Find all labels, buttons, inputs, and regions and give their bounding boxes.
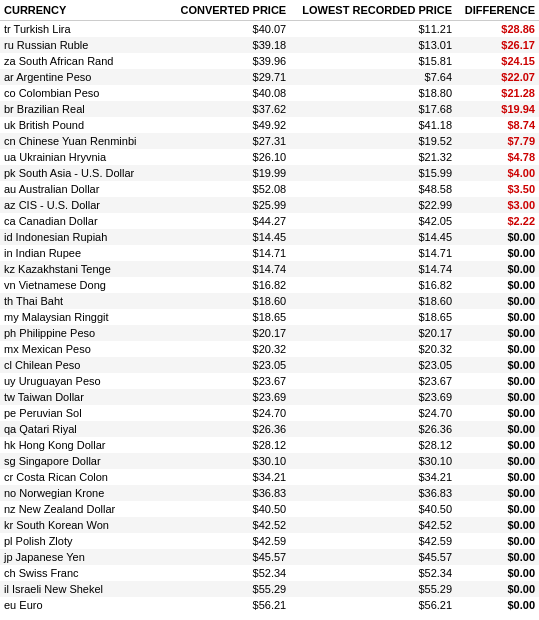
lowest-price: $40.50	[290, 501, 456, 517]
difference-value: $0.00	[456, 501, 539, 517]
difference-value: $0.00	[456, 437, 539, 453]
converted-price: $19.99	[166, 165, 290, 181]
difference-value: $0.00	[456, 533, 539, 549]
converted-price: $16.82	[166, 277, 290, 293]
difference-value: $28.86	[456, 21, 539, 38]
currency-name: th Thai Baht	[0, 293, 166, 309]
converted-price: $55.29	[166, 581, 290, 597]
difference-value: $2.22	[456, 213, 539, 229]
converted-price: $49.92	[166, 117, 290, 133]
lowest-price: $34.21	[290, 469, 456, 485]
table-row: pk South Asia - U.S. Dollar$19.99$15.99$…	[0, 165, 539, 181]
difference-value: $0.00	[456, 373, 539, 389]
converted-price: $24.70	[166, 405, 290, 421]
difference-value: $0.00	[456, 517, 539, 533]
lowest-price: $23.67	[290, 373, 456, 389]
lowest-price: $23.69	[290, 389, 456, 405]
difference-value: $0.00	[456, 549, 539, 565]
lowest-price: $42.05	[290, 213, 456, 229]
difference-value: $4.00	[456, 165, 539, 181]
difference-value: $0.00	[456, 485, 539, 501]
converted-price: $30.10	[166, 453, 290, 469]
converted-price: $14.45	[166, 229, 290, 245]
converted-price: $27.31	[166, 133, 290, 149]
converted-price: $23.69	[166, 389, 290, 405]
currency-name: tr Turkish Lira	[0, 21, 166, 38]
currency-name: id Indonesian Rupiah	[0, 229, 166, 245]
table-row: vn Vietnamese Dong$16.82$16.82$0.00	[0, 277, 539, 293]
table-row: nz New Zealand Dollar$40.50$40.50$0.00	[0, 501, 539, 517]
currency-name: cn Chinese Yuan Renminbi	[0, 133, 166, 149]
difference-value: $0.00	[456, 453, 539, 469]
currency-name: ru Russian Ruble	[0, 37, 166, 53]
lowest-price: $42.59	[290, 533, 456, 549]
table-row: br Brazilian Real$37.62$17.68$19.94	[0, 101, 539, 117]
lowest-price: $41.18	[290, 117, 456, 133]
currency-name: kz Kazakhstani Tenge	[0, 261, 166, 277]
table-row: pe Peruvian Sol$24.70$24.70$0.00	[0, 405, 539, 421]
lowest-price: $14.71	[290, 245, 456, 261]
currency-name: qa Qatari Riyal	[0, 421, 166, 437]
lowest-price: $15.81	[290, 53, 456, 69]
lowest-price: $15.99	[290, 165, 456, 181]
table-row: za South African Rand$39.96$15.81$24.15	[0, 53, 539, 69]
converted-price: $37.62	[166, 101, 290, 117]
converted-price: $44.27	[166, 213, 290, 229]
lowest-price: $26.36	[290, 421, 456, 437]
converted-price: $45.57	[166, 549, 290, 565]
table-row: ch Swiss Franc$52.34$52.34$0.00	[0, 565, 539, 581]
difference-value: $21.28	[456, 85, 539, 101]
table-row: mx Mexican Peso$20.32$20.32$0.00	[0, 341, 539, 357]
lowest-price: $52.34	[290, 565, 456, 581]
difference-value: $0.00	[456, 229, 539, 245]
difference-value: $0.00	[456, 293, 539, 309]
currency-name: pk South Asia - U.S. Dollar	[0, 165, 166, 181]
difference-value: $0.00	[456, 581, 539, 597]
currency-name: uy Uruguayan Peso	[0, 373, 166, 389]
table-row: cr Costa Rican Colon$34.21$34.21$0.00	[0, 469, 539, 485]
header-lowest: LOWEST RECORDED PRICE	[290, 0, 456, 21]
table-row: no Norwegian Krone$36.83$36.83$0.00	[0, 485, 539, 501]
difference-value: $7.79	[456, 133, 539, 149]
lowest-price: $18.80	[290, 85, 456, 101]
lowest-price: $13.01	[290, 37, 456, 53]
currency-name: sg Singapore Dollar	[0, 453, 166, 469]
converted-price: $36.83	[166, 485, 290, 501]
difference-value: $0.00	[456, 565, 539, 581]
currency-name: ua Ukrainian Hryvnia	[0, 149, 166, 165]
currency-name: au Australian Dollar	[0, 181, 166, 197]
difference-value: $0.00	[456, 597, 539, 613]
difference-value: $3.50	[456, 181, 539, 197]
currency-name: no Norwegian Krone	[0, 485, 166, 501]
lowest-price: $36.83	[290, 485, 456, 501]
currency-name: br Brazilian Real	[0, 101, 166, 117]
converted-price: $39.96	[166, 53, 290, 69]
table-row: az CIS - U.S. Dollar$25.99$22.99$3.00	[0, 197, 539, 213]
currency-name: ch Swiss Franc	[0, 565, 166, 581]
table-row: th Thai Baht$18.60$18.60$0.00	[0, 293, 539, 309]
table-row: cl Chilean Peso$23.05$23.05$0.00	[0, 357, 539, 373]
difference-value: $4.78	[456, 149, 539, 165]
lowest-price: $11.21	[290, 21, 456, 38]
table-row: eu Euro$56.21$56.21$0.00	[0, 597, 539, 613]
converted-price: $26.36	[166, 421, 290, 437]
table-row: tr Turkish Lira$40.07$11.21$28.86	[0, 21, 539, 38]
table-row: hk Hong Kong Dollar$28.12$28.12$0.00	[0, 437, 539, 453]
converted-price: $18.65	[166, 309, 290, 325]
table-row: co Colombian Peso$40.08$18.80$21.28	[0, 85, 539, 101]
lowest-price: $14.45	[290, 229, 456, 245]
header-converted: CONVERTED PRICE	[166, 0, 290, 21]
lowest-price: $20.32	[290, 341, 456, 357]
lowest-price: $20.17	[290, 325, 456, 341]
table-row: uk British Pound$49.92$41.18$8.74	[0, 117, 539, 133]
converted-price: $56.21	[166, 597, 290, 613]
lowest-price: $48.58	[290, 181, 456, 197]
currency-name: co Colombian Peso	[0, 85, 166, 101]
currency-name: cr Costa Rican Colon	[0, 469, 166, 485]
converted-price: $52.08	[166, 181, 290, 197]
currency-name: kr South Korean Won	[0, 517, 166, 533]
converted-price: $40.07	[166, 21, 290, 38]
currency-name: za South African Rand	[0, 53, 166, 69]
lowest-price: $18.60	[290, 293, 456, 309]
lowest-price: $16.82	[290, 277, 456, 293]
